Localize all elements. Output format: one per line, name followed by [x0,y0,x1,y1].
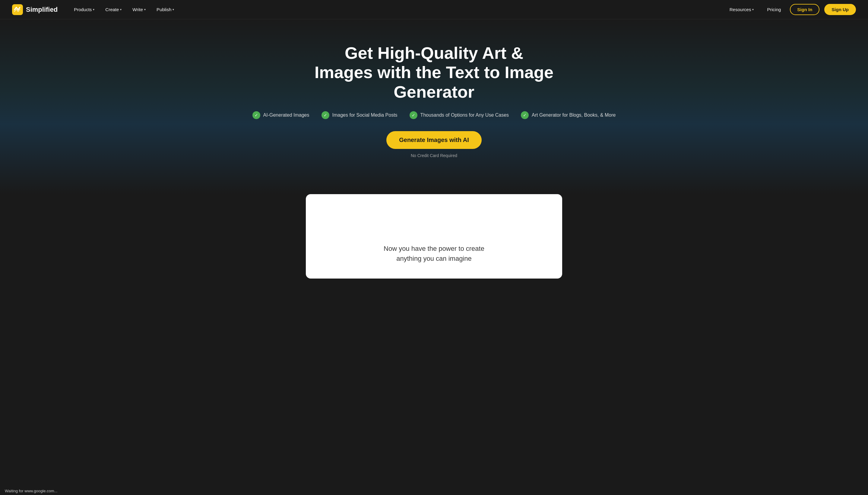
nav-right: Resources ▾ Pricing Sign In Sign Up [725,4,856,15]
check-icon: ✓ [410,111,417,119]
chevron-down-icon: ▾ [172,8,174,11]
chevron-down-icon: ▾ [752,8,754,11]
nav-item-write[interactable]: Write ▾ [128,4,150,15]
demo-card-container: Now you have the power to createanything… [0,194,868,278]
nav-item-pricing[interactable]: Pricing [763,4,785,15]
nav-item-publish[interactable]: Publish ▾ [152,4,178,15]
logo-link[interactable]: Simplified [12,4,57,15]
hero-features: ✓ AI-Generated Images ✓ Images for Socia… [12,111,856,119]
status-text: Waiting for www.google.com... [5,489,57,493]
chevron-down-icon: ▾ [93,8,95,11]
feature-label-0: AI-Generated Images [263,113,310,118]
feature-item-0: ✓ AI-Generated Images [252,111,310,119]
feature-item-3: ✓ Art Generator for Blogs, Books, & More [521,111,616,119]
chevron-down-icon: ▾ [144,8,146,11]
feature-item-1: ✓ Images for Social Media Posts [321,111,398,119]
demo-card-text: Now you have the power to createanything… [384,243,484,263]
no-credit-text: No Credit Card Required [411,153,457,158]
status-bar: Waiting for www.google.com... [0,487,97,495]
check-icon: ✓ [321,111,329,119]
check-icon: ✓ [252,111,260,119]
signup-button[interactable]: Sign Up [824,4,856,15]
chevron-down-icon: ▾ [120,8,121,11]
signin-button[interactable]: Sign In [790,4,819,15]
nav-item-resources[interactable]: Resources ▾ [725,4,758,15]
hero-title: Get High-Quality Art & Images with the T… [313,44,555,102]
nav-links: Products ▾ Create ▾ Write ▾ Publish ▾ [70,4,725,15]
feature-label-3: Art Generator for Blogs, Books, & More [532,113,616,118]
generate-button[interactable]: Generate Images with AI [386,131,482,149]
check-icon: ✓ [521,111,529,119]
svg-rect-0 [12,4,23,15]
feature-label-2: Thousands of Options for Any Use Cases [420,113,509,118]
navbar: Simplified Products ▾ Create ▾ Write ▾ P… [0,0,868,19]
logo-text: Simplified [26,6,57,14]
demo-card: Now you have the power to createanything… [306,194,562,278]
hero-section: Get High-Quality Art & Images with the T… [0,19,868,194]
feature-label-1: Images for Social Media Posts [332,113,398,118]
logo-icon [12,4,23,15]
feature-item-2: ✓ Thousands of Options for Any Use Cases [410,111,509,119]
nav-item-create[interactable]: Create ▾ [101,4,126,15]
nav-item-products[interactable]: Products ▾ [70,4,99,15]
